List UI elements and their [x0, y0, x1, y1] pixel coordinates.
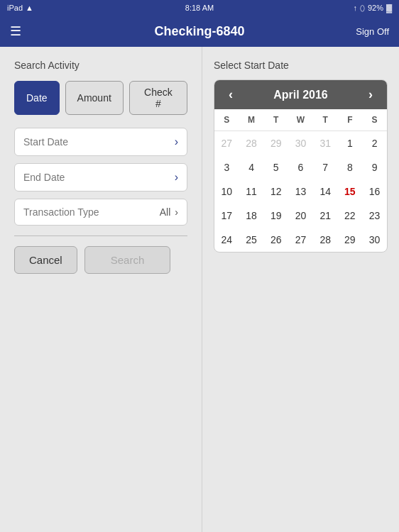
- tab-date[interactable]: Date: [14, 81, 60, 115]
- day-header-thu: T: [313, 109, 338, 131]
- calendar-day-2[interactable]: 2: [362, 131, 387, 156]
- prev-month-button[interactable]: ‹: [226, 87, 236, 102]
- calendar-day-29[interactable]: 29: [338, 228, 363, 252]
- calendar-day-31-prev[interactable]: 31: [313, 131, 338, 156]
- calendar-week-1: 3456789: [214, 155, 387, 179]
- calendar-week-4: 24252627282930: [214, 228, 387, 252]
- nav-bar: ☰ Checking-6840 Sign Off: [0, 16, 399, 47]
- calendar-day-16[interactable]: 16: [362, 179, 387, 204]
- day-header-tue: T: [263, 109, 288, 131]
- calendar-day-4[interactable]: 4: [239, 155, 264, 179]
- calendar-day-1[interactable]: 1: [338, 131, 363, 156]
- start-date-row: Start Date ›: [23, 135, 178, 148]
- divider: [14, 235, 187, 236]
- right-panel: Select Start Date ‹ April 2016 › S M T W…: [202, 47, 399, 532]
- tab-amount[interactable]: Amount: [65, 81, 124, 115]
- end-date-row: End Date ›: [23, 171, 178, 184]
- end-date-chevron: ›: [175, 171, 178, 184]
- calendar-day-9[interactable]: 9: [362, 155, 387, 179]
- calendar-day-29-prev[interactable]: 29: [263, 131, 288, 156]
- calendar-day-21[interactable]: 21: [313, 204, 338, 228]
- calendar-day-headers: S M T W T F S: [214, 109, 387, 131]
- main-content: Search Activity Date Amount Check # Star…: [0, 47, 399, 532]
- day-header-fri: F: [338, 109, 363, 131]
- page-title: Checking-6840: [154, 24, 244, 39]
- status-right: ↑ ⬯ 92% ▓: [353, 4, 392, 13]
- calendar-day-18[interactable]: 18: [239, 204, 264, 228]
- calendar-day-30-prev[interactable]: 30: [288, 131, 313, 156]
- transaction-type-chevron: ›: [175, 206, 178, 218]
- calendar-day-30[interactable]: 30: [362, 228, 387, 252]
- battery-icon: ▓: [386, 4, 392, 12]
- menu-icon[interactable]: ☰: [10, 23, 21, 39]
- status-left: iPad ▲: [7, 4, 33, 12]
- calendar-day-17[interactable]: 17: [214, 204, 239, 228]
- calendar-day-27[interactable]: 27: [288, 228, 313, 252]
- calendar-body: 2728293031123456789101112131415161718192…: [214, 131, 387, 253]
- sign-off-button[interactable]: Sign Off: [356, 26, 389, 37]
- tab-buttons: Date Amount Check #: [14, 81, 187, 115]
- calendar-day-24[interactable]: 24: [214, 228, 239, 252]
- calendar-day-3[interactable]: 3: [214, 155, 239, 179]
- tab-check[interactable]: Check #: [129, 81, 187, 115]
- action-buttons: Cancel Search: [14, 246, 187, 274]
- calendar-day-26[interactable]: 26: [263, 228, 288, 252]
- select-date-label: Select Start Date: [214, 60, 388, 71]
- transaction-type-row: Transaction Type All ›: [23, 206, 178, 218]
- calendar-day-6[interactable]: 6: [288, 155, 313, 179]
- calendar-week-2: 10111213141516: [214, 179, 387, 204]
- transaction-type-value: All: [160, 206, 171, 218]
- wifi-icon: ▲: [26, 4, 33, 12]
- transaction-type-field[interactable]: Transaction Type All ›: [14, 199, 187, 226]
- calendar-day-28-prev[interactable]: 28: [239, 131, 264, 156]
- day-header-mon: M: [239, 109, 264, 131]
- cancel-button[interactable]: Cancel: [14, 246, 77, 274]
- start-date-chevron: ›: [175, 135, 178, 148]
- day-header-sun: S: [214, 109, 239, 131]
- search-button[interactable]: Search: [84, 246, 171, 274]
- calendar-day-19[interactable]: 19: [263, 204, 288, 228]
- carrier-label: iPad: [7, 4, 23, 12]
- calendar-day-14[interactable]: 14: [313, 179, 338, 204]
- start-date-field[interactable]: Start Date ›: [14, 128, 187, 156]
- status-bar: iPad ▲ 8:18 AM ↑ ⬯ 92% ▓: [0, 0, 399, 16]
- end-date-field[interactable]: End Date ›: [14, 163, 187, 192]
- day-header-wed: W: [288, 109, 313, 131]
- end-date-label: End Date: [23, 172, 65, 183]
- calendar-day-15[interactable]: 15: [338, 179, 363, 204]
- search-activity-label: Search Activity: [14, 60, 187, 71]
- calendar-day-10[interactable]: 10: [214, 179, 239, 204]
- bluetooth-icon: ⬯: [360, 4, 365, 13]
- calendar-header: ‹ April 2016 ›: [214, 80, 387, 109]
- day-header-sat: S: [362, 109, 387, 131]
- calendar-grid: S M T W T F S 27282930311234567891011121…: [214, 109, 387, 252]
- status-time: 8:18 AM: [185, 4, 214, 12]
- battery-label: 92%: [368, 4, 383, 12]
- calendar-day-22[interactable]: 22: [338, 204, 363, 228]
- calendar-week-3: 17181920212223: [214, 204, 387, 228]
- calendar-month-year: April 2016: [273, 89, 327, 101]
- calendar-day-11[interactable]: 11: [239, 179, 264, 204]
- left-panel: Search Activity Date Amount Check # Star…: [0, 47, 202, 532]
- calendar-day-25[interactable]: 25: [239, 228, 264, 252]
- calendar-day-20[interactable]: 20: [288, 204, 313, 228]
- start-date-label: Start Date: [23, 136, 68, 148]
- calendar-day-5[interactable]: 5: [263, 155, 288, 179]
- calendar-day-28[interactable]: 28: [313, 228, 338, 252]
- calendar-day-12[interactable]: 12: [263, 179, 288, 204]
- calendar-week-0: 272829303112: [214, 131, 387, 156]
- calendar-day-27-prev[interactable]: 27: [214, 131, 239, 156]
- calendar-day-13[interactable]: 13: [288, 179, 313, 204]
- transaction-type-right: All ›: [160, 206, 178, 218]
- next-month-button[interactable]: ›: [366, 87, 376, 102]
- location-icon: ↑: [353, 4, 357, 12]
- calendar: ‹ April 2016 › S M T W T F S: [214, 79, 388, 253]
- transaction-type-label: Transaction Type: [23, 206, 99, 218]
- calendar-day-7[interactable]: 7: [313, 155, 338, 179]
- calendar-day-23[interactable]: 23: [362, 204, 387, 228]
- calendar-day-8[interactable]: 8: [338, 155, 363, 179]
